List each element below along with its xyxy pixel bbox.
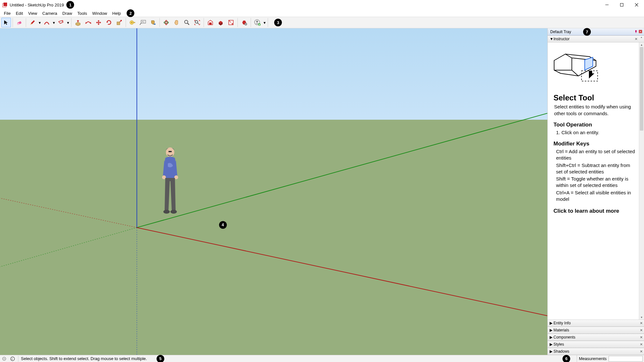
svg-rect-8: [117, 22, 120, 25]
panel-close-icon[interactable]: ✕: [638, 341, 644, 347]
panel-title: Instructor: [553, 37, 570, 41]
tray-close-icon[interactable]: [639, 30, 643, 34]
axes-overlay: [0, 28, 547, 355]
warehouse-button[interactable]: [206, 18, 215, 27]
geo-location-icon[interactable]: [0, 355, 8, 362]
svg-line-31: [137, 113, 547, 227]
svg-line-18: [187, 23, 189, 25]
minimize-button[interactable]: [600, 0, 614, 10]
rectangle-dropdown[interactable]: ▾: [66, 18, 70, 27]
svg-point-23: [232, 23, 233, 24]
extension-warehouse-button[interactable]: [216, 18, 226, 27]
offset-tool-button[interactable]: [83, 18, 93, 27]
status-bar: i Select objects. Shift to extend select…: [0, 355, 644, 362]
menu-edit[interactable]: Edit: [13, 10, 25, 16]
viewport-3d[interactable]: 4: [0, 28, 547, 355]
menu-tools[interactable]: Tools: [75, 10, 90, 16]
collapse-icon: ▼: [550, 37, 553, 41]
rectangle-tool-button[interactable]: [56, 18, 66, 27]
panel-collapse-up-icon[interactable]: ˄: [639, 37, 644, 41]
panel-title: Materials: [553, 328, 569, 332]
separator: [26, 18, 26, 27]
work-area: 4 Default Tray 7 ▼ Instructor ✕ ˄ ▲ ▼: [0, 28, 644, 355]
svg-line-33: [137, 227, 547, 316]
panel-header-instructor[interactable]: ▼ Instructor ✕ ˄: [548, 35, 644, 42]
svg-point-19: [195, 21, 198, 23]
panel-header-components[interactable]: ▶ Components ✕: [548, 334, 644, 341]
svg-point-48: [4, 358, 5, 359]
orbit-tool-button[interactable]: [161, 18, 171, 27]
select-tool-button[interactable]: [1, 18, 11, 27]
panel-close-icon[interactable]: ✕: [633, 36, 639, 42]
menu-draw[interactable]: Draw: [60, 10, 75, 16]
scroll-thumb[interactable]: [640, 47, 643, 131]
svg-rect-11: [133, 22, 135, 23]
menu-help[interactable]: Help: [110, 10, 124, 16]
panel-header-styles[interactable]: ▶ Styles ✕: [548, 341, 644, 348]
scrollbar[interactable]: ▲ ▼: [639, 42, 644, 320]
instructor-title: Select Tool: [553, 93, 636, 103]
rotate-tool-button[interactable]: [104, 18, 114, 27]
app-icon: [2, 2, 8, 8]
menu-view[interactable]: View: [25, 10, 40, 16]
separator: [251, 18, 251, 27]
panel-close-icon[interactable]: ✕: [638, 320, 644, 326]
scroll-up-icon[interactable]: ▲: [639, 42, 644, 47]
menu-camera[interactable]: Camera: [40, 10, 60, 16]
menu-window[interactable]: Window: [90, 10, 110, 16]
scale-tool-button[interactable]: [114, 18, 124, 27]
panel-close-icon[interactable]: ✕: [638, 334, 644, 340]
modifier-key-text: Ctrl+A = Select all visible entities in …: [554, 190, 636, 203]
separator: [71, 18, 72, 27]
panel-close-icon[interactable]: ✕: [638, 327, 644, 333]
scroll-down-icon[interactable]: ▼: [639, 315, 644, 320]
tray-header[interactable]: Default Tray 7: [548, 28, 644, 35]
tray-pin-icon[interactable]: [634, 30, 638, 34]
modifier-key-text: Ctrl = Add an entity to set of selected …: [554, 148, 636, 162]
measurements-input[interactable]: [609, 356, 643, 362]
tape-tool-button[interactable]: [128, 18, 137, 27]
pushpull-tool-button[interactable]: [73, 18, 83, 27]
zoom-tool-button[interactable]: [182, 18, 192, 27]
instructor-subtitle: Select entities to modify when using oth…: [554, 104, 636, 117]
move-tool-button[interactable]: [94, 18, 103, 27]
panel-header-entity-info[interactable]: ▶ Entity Info ✕: [548, 320, 644, 327]
instructor-learn-more[interactable]: Click to learn about more: [553, 208, 636, 215]
annotation-7: 7: [583, 28, 591, 36]
user-account-button[interactable]: [253, 18, 262, 27]
panel-header-materials[interactable]: ▶ Materials ✕: [548, 327, 644, 334]
separator: [126, 18, 126, 27]
panel-title: Shadows: [553, 349, 569, 354]
measurements-label: Measurements: [577, 355, 609, 362]
pan-tool-button[interactable]: [172, 18, 181, 27]
svg-point-14: [154, 23, 156, 25]
maximize-button[interactable]: [614, 0, 629, 10]
separator: [268, 18, 268, 27]
arc-tool-button[interactable]: [42, 18, 52, 27]
instructor-op-step: 1. Click on an entity.: [554, 129, 636, 136]
close-button[interactable]: [629, 0, 644, 10]
extension-manager-button[interactable]: [239, 18, 249, 27]
pencil-dropdown[interactable]: ▾: [38, 18, 41, 27]
credits-icon[interactable]: i: [8, 355, 17, 362]
panel-close-icon[interactable]: ✕: [638, 348, 644, 354]
annotation-6: 6: [562, 355, 570, 362]
window-title: Untitled - SketchUp Pro 2019: [10, 3, 64, 7]
modifier-key-text: Shift = Toggle whether an entity is with…: [554, 176, 636, 189]
pencil-tool-button[interactable]: [28, 18, 37, 27]
panel-header-shadows[interactable]: ▶ Shadows ✕: [548, 348, 644, 355]
user-dropdown[interactable]: ▾: [263, 18, 266, 27]
eraser-tool-button[interactable]: [14, 18, 24, 27]
svg-point-15: [164, 22, 168, 23]
svg-point-17: [185, 20, 188, 23]
paint-tool-button[interactable]: [148, 18, 158, 27]
expand-icon: ▶: [550, 321, 553, 325]
svg-rect-1: [4, 3, 7, 6]
zoom-extents-tool-button[interactable]: [192, 18, 202, 27]
menu-file[interactable]: File: [1, 10, 13, 16]
separator: [18, 356, 18, 362]
text-tool-button[interactable]: A1: [138, 18, 148, 27]
svg-point-16: [165, 20, 167, 25]
layout-button[interactable]: [226, 18, 236, 27]
arc-dropdown[interactable]: ▾: [52, 18, 55, 27]
